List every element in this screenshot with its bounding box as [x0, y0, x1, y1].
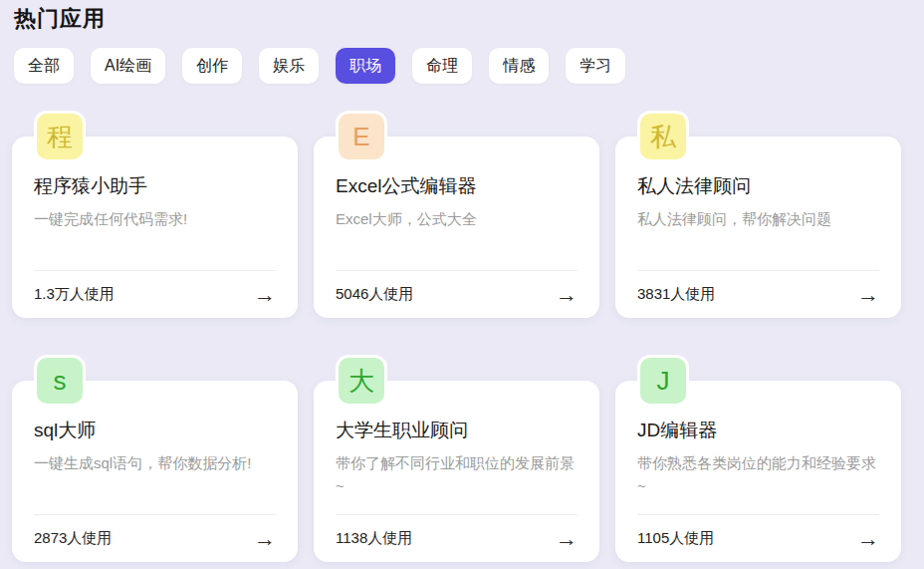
tab-creation[interactable]: 创作	[182, 48, 242, 84]
tab-emotion[interactable]: 情感	[489, 48, 549, 84]
app-badge-icon: s	[37, 358, 83, 404]
tab-entertainment[interactable]: 娱乐	[259, 48, 319, 84]
app-badge-frame: 大	[336, 355, 387, 407]
usage-count: 3831人使用	[637, 285, 715, 304]
app-badge-frame: J	[637, 355, 689, 407]
card-footer: 5046人使用 →	[336, 271, 578, 318]
app-title: JD编辑器	[637, 418, 879, 443]
app-badge-frame: 私	[637, 111, 689, 162]
app-title: 大学生职业顾问	[336, 418, 578, 443]
app-description: 私人法律顾问，帮你解决问题	[637, 207, 879, 230]
arrow-right-icon[interactable]: →	[556, 284, 578, 306]
app-description: 一键生成sql语句，帮你数据分析!	[34, 451, 276, 474]
app-card-sql-master[interactable]: s sql大师 一键生成sql语句，帮你数据分析! 2873人使用 →	[12, 381, 298, 562]
tab-numerology[interactable]: 命理	[412, 48, 472, 84]
card-footer: 3831人使用 →	[637, 271, 879, 318]
usage-count: 1.3万人使用	[34, 285, 115, 304]
app-badge-icon: E	[339, 114, 384, 159]
usage-count: 1138人使用	[336, 529, 412, 548]
tab-ai-painting[interactable]: AI绘画	[91, 48, 165, 84]
app-card-programmer-helper[interactable]: 程 程序猿小助手 一键完成任何代码需求! 1.3万人使用 →	[12, 137, 298, 318]
tab-workplace[interactable]: 职场	[336, 48, 395, 84]
page-title: 热门应用	[14, 4, 924, 34]
app-description: Excel大师，公式大全	[336, 207, 578, 230]
app-card-excel-formula-editor[interactable]: E Excel公式编辑器 Excel大师，公式大全 5046人使用 →	[314, 137, 599, 318]
app-title: sql大师	[34, 418, 276, 443]
app-description: 一键完成任何代码需求!	[34, 207, 276, 230]
app-title: 私人法律顾问	[637, 173, 879, 199]
card-footer: 1138人使用 →	[336, 515, 578, 562]
app-badge-frame: E	[336, 111, 387, 162]
app-description: 带你熟悉各类岗位的能力和经验要求~	[637, 451, 879, 498]
app-title: Excel公式编辑器	[336, 173, 578, 199]
tab-all[interactable]: 全部	[14, 48, 74, 84]
arrow-right-icon[interactable]: →	[857, 284, 879, 306]
arrow-right-icon[interactable]: →	[556, 528, 578, 550]
arrow-right-icon[interactable]: →	[857, 528, 879, 550]
app-badge-frame: s	[34, 355, 86, 407]
app-badge-icon: J	[640, 358, 686, 404]
app-card-grid: 程 程序猿小助手 一键完成任何代码需求! 1.3万人使用 → E Excel公式…	[0, 137, 924, 562]
app-badge-icon: 大	[339, 358, 384, 404]
app-card-college-career-advisor[interactable]: 大 大学生职业顾问 带你了解不同行业和职位的发展前景~ 1138人使用 →	[314, 381, 599, 562]
tab-study[interactable]: 学习	[566, 48, 625, 84]
arrow-right-icon[interactable]: →	[254, 284, 276, 306]
usage-count: 5046人使用	[336, 285, 413, 304]
card-footer: 1.3万人使用 →	[34, 271, 276, 318]
usage-count: 1105人使用	[637, 529, 714, 548]
app-card-jd-editor[interactable]: J JD编辑器 带你熟悉各类岗位的能力和经验要求~ 1105人使用 →	[615, 381, 901, 562]
category-tabs: 全部 AI绘画 创作 娱乐 职场 命理 情感 学习	[14, 48, 924, 84]
app-badge-icon: 私	[640, 114, 686, 159]
app-title: 程序猿小助手	[34, 173, 276, 199]
app-card-private-legal-advisor[interactable]: 私 私人法律顾问 私人法律顾问，帮你解决问题 3831人使用 →	[615, 137, 901, 318]
app-description: 带你了解不同行业和职位的发展前景~	[336, 451, 578, 498]
card-footer: 2873人使用 →	[34, 515, 276, 562]
arrow-right-icon[interactable]: →	[254, 528, 276, 550]
app-badge-icon: 程	[37, 114, 83, 159]
usage-count: 2873人使用	[34, 529, 112, 548]
card-footer: 1105人使用 →	[637, 515, 879, 562]
app-badge-frame: 程	[34, 111, 86, 162]
